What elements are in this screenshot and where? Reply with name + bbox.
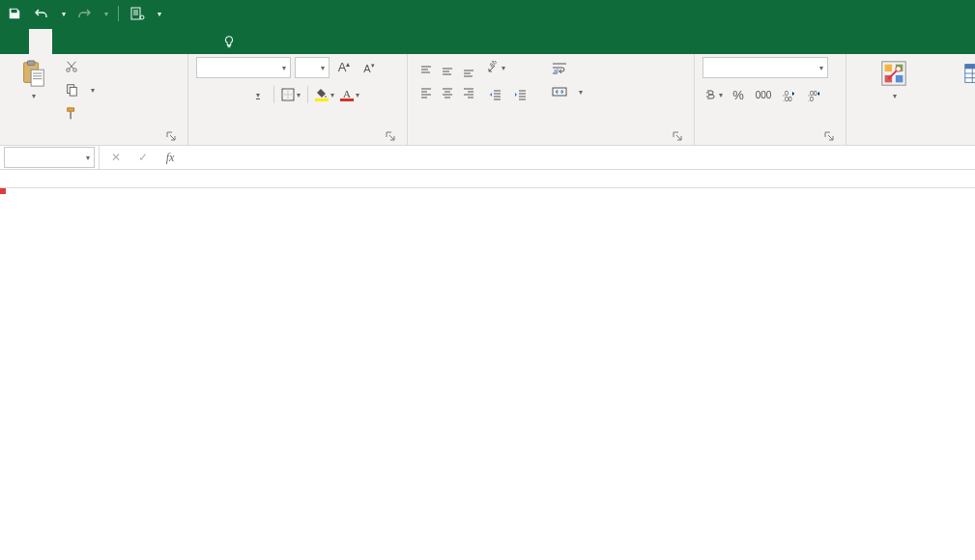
name-box[interactable]: ▾ <box>4 147 95 168</box>
chevron-down-icon: ▾ <box>502 64 505 72</box>
orientation-icon: ab <box>486 61 500 74</box>
separator <box>273 86 274 103</box>
redo-dropdown-icon[interactable]: ▾ <box>104 10 108 18</box>
chevron-down-icon: ▾ <box>356 91 359 99</box>
table-icon <box>961 59 975 88</box>
svg-point-22 <box>896 67 902 72</box>
align-bottom-button[interactable] <box>458 61 479 82</box>
dialog-launcher-icon[interactable] <box>166 131 178 143</box>
thousands-format-button[interactable]: 000 <box>753 84 774 105</box>
align-left-icon <box>419 86 433 99</box>
tab-hilfe[interactable] <box>191 29 215 54</box>
align-middle-button[interactable] <box>437 61 458 82</box>
copy-dropdown-icon: ▾ <box>91 86 95 95</box>
conditional-formatting-button[interactable]: ▾ <box>854 57 933 100</box>
redo-icon[interactable] <box>75 5 93 22</box>
borders-button[interactable]: ▾ <box>280 84 301 105</box>
orientation-button[interactable]: ab▾ <box>485 57 506 78</box>
number-format-selector[interactable]: ▾ <box>703 57 828 78</box>
group-label-font <box>196 141 399 145</box>
scissors-icon <box>64 59 79 74</box>
decrease-indent-button[interactable] <box>485 84 506 105</box>
font-name-selector[interactable]: ▾ <box>196 57 291 78</box>
tab-ansicht[interactable] <box>168 29 191 54</box>
group-zahl: ▾ ▾ % 000 ,0,00 ,00,0 <box>695 54 846 145</box>
bucket-icon <box>315 89 329 101</box>
font-color-icon: A <box>340 89 354 101</box>
enter-formula-button[interactable]: ✓ <box>132 147 154 168</box>
outdent-icon <box>489 88 502 101</box>
chevron-down-icon: ▾ <box>819 64 823 72</box>
align-right-button[interactable] <box>458 82 479 103</box>
wrap-text-button[interactable]: ab <box>552 59 583 78</box>
bold-button[interactable] <box>196 84 217 105</box>
paintbrush-icon <box>64 105 79 121</box>
tab-einfuegen[interactable] <box>52 29 75 54</box>
font-size-selector[interactable]: ▾ <box>295 57 330 78</box>
spreadsheet-grid[interactable] <box>0 188 975 560</box>
group-label-alignment <box>416 141 686 145</box>
undo-dropdown-icon[interactable]: ▾ <box>62 10 66 18</box>
copy-icon <box>64 82 79 98</box>
tab-datei[interactable] <box>6 29 29 54</box>
tell-me-search[interactable] <box>215 29 249 54</box>
merge-center-button[interactable]: ▾ <box>552 82 583 101</box>
tab-ueberpruefen[interactable] <box>145 29 168 54</box>
decrease-font-button[interactable]: A▾ <box>358 57 380 78</box>
align-center-button[interactable] <box>437 82 458 103</box>
increase-indent-button[interactable] <box>510 84 531 105</box>
percent-format-button[interactable]: % <box>728 84 749 105</box>
dialog-launcher-icon[interactable] <box>824 131 836 143</box>
chevron-down-icon: ▾ <box>297 91 301 99</box>
paste-button[interactable]: ▾ <box>8 57 58 100</box>
accounting-format-button[interactable]: ▾ <box>703 84 724 105</box>
group-label-clipboard <box>8 141 180 145</box>
paste-icon <box>18 59 47 88</box>
highlight-box <box>0 188 6 194</box>
italic-button[interactable] <box>221 84 243 105</box>
chevron-down-icon: ▾ <box>579 88 583 97</box>
decrease-decimal-button[interactable]: ,00,0 <box>803 84 824 105</box>
conditional-formatting-icon <box>879 59 908 88</box>
chevron-down-icon: ▾ <box>282 64 286 72</box>
format-painter-button[interactable] <box>64 103 95 123</box>
increase-font-button[interactable]: A▴ <box>333 57 355 78</box>
svg-rect-0 <box>131 8 140 19</box>
format-as-table-button[interactable]: ▾ <box>939 57 975 100</box>
dialog-launcher-icon[interactable] <box>673 131 684 143</box>
x-icon: ✕ <box>111 151 121 164</box>
font-color-button[interactable]: A ▾ <box>339 84 360 105</box>
align-top-button[interactable] <box>416 61 437 82</box>
tab-daten[interactable] <box>122 29 145 54</box>
svg-point-6 <box>73 69 77 72</box>
formula-input[interactable] <box>186 148 975 167</box>
svg-rect-21 <box>896 75 903 83</box>
tab-formeln[interactable] <box>99 29 122 54</box>
group-label-number <box>703 141 838 145</box>
fill-color-button[interactable]: ▾ <box>314 84 335 105</box>
increase-decimal-icon: ,0,00 <box>782 88 795 101</box>
dialog-launcher-icon[interactable] <box>386 131 397 143</box>
cancel-formula-button[interactable]: ✕ <box>105 147 127 168</box>
quick-access-toolbar: ▾ ▾ ▾ <box>6 5 161 22</box>
increase-font-icon: A▴ <box>338 60 351 74</box>
align-left-button[interactable] <box>416 82 437 103</box>
underline-button[interactable]: ▾ <box>246 84 268 105</box>
fx-icon: fx <box>166 151 175 165</box>
check-icon: ✓ <box>138 151 148 164</box>
undo-icon[interactable] <box>33 5 50 22</box>
tab-start[interactable] <box>29 29 52 54</box>
tab-seitenlayout[interactable] <box>75 29 99 54</box>
insert-function-button[interactable]: fx <box>159 147 181 168</box>
svg-rect-24 <box>965 65 975 70</box>
paste-dropdown-icon: ▾ <box>32 92 36 100</box>
cut-button[interactable] <box>64 57 95 76</box>
chevron-down-icon: ▾ <box>321 64 325 72</box>
align-top-icon <box>419 65 433 78</box>
save-icon[interactable] <box>6 5 23 22</box>
touch-mode-icon[interactable] <box>129 5 146 22</box>
copy-button[interactable]: ▾ <box>64 80 95 99</box>
svg-text:,00: ,00 <box>783 96 792 101</box>
increase-decimal-button[interactable]: ,0,00 <box>778 84 799 105</box>
qat-customize-icon[interactable]: ▾ <box>158 10 161 18</box>
